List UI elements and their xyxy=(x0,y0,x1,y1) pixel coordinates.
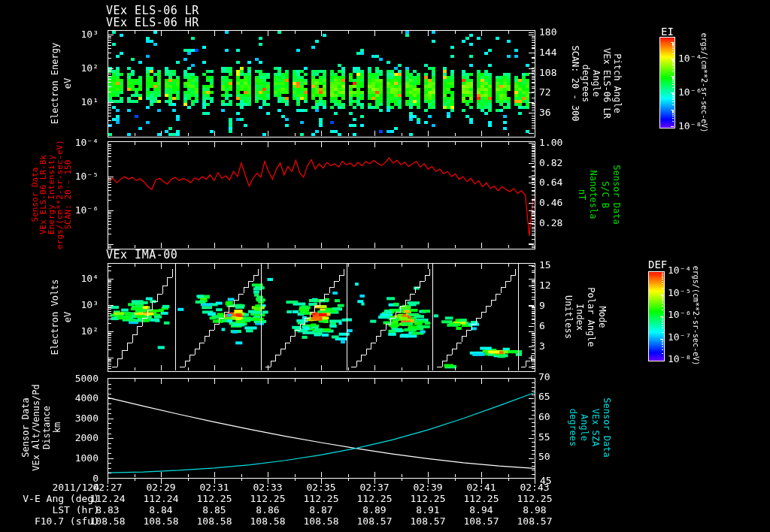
p4-right-axis-label-2: Angle xyxy=(578,414,590,441)
time-label-5: 02:37 xyxy=(359,482,389,493)
p2-right-tick-3: 0.46 xyxy=(539,197,562,208)
table-cell-r0-c2: 112.25 xyxy=(197,493,232,504)
p4-right-tick-0: 70 xyxy=(538,371,550,382)
time-label-8: 02:43 xyxy=(520,482,549,493)
p2-left-axis-label-4: SCAN: 20 - 150 xyxy=(62,160,74,230)
time-label-2: 02:31 xyxy=(199,482,229,493)
p1-left-tick-0: 10³ xyxy=(81,29,99,40)
p2-right-axis-label-2: Nanotesla xyxy=(587,170,599,219)
p4-right-axis-label-0: Sensor Data xyxy=(601,397,612,457)
p4-left-axis-label-1: VEx Alt/Venus/Pd xyxy=(31,384,42,471)
p3-left-tick-0: 10⁴ xyxy=(81,273,99,284)
table-cell-r2-c3: 108.58 xyxy=(250,515,286,527)
p4-right-tick-3: 55 xyxy=(538,431,550,443)
p4-left-tick-0: 5000 xyxy=(75,373,99,384)
colorbar2-units: ergs/(cm**2-sr-sec-eV) xyxy=(690,266,702,365)
p2-right-tick-0: 1.00 xyxy=(539,137,562,148)
p1-right-axis-label-4: SCAN: 20 - 300 xyxy=(569,45,581,121)
table-cell-r1-c3: 8.86 xyxy=(256,504,279,515)
date-label: 2011/124 xyxy=(52,482,99,493)
colorbar2-tick-3: 10⁻⁷ xyxy=(668,331,691,343)
table-cell-r1-c4: 8.87 xyxy=(309,504,332,515)
p3-left-tick-1: 10³ xyxy=(81,299,99,310)
p3-right-axis-label-1: Polar Angle xyxy=(585,287,596,346)
p4-right-axis-label-1: VEx SZA xyxy=(590,409,601,447)
p1-left-tick-1: 10² xyxy=(81,62,99,74)
time-label-3: 02:33 xyxy=(253,482,282,493)
time-label-4: 02:35 xyxy=(306,482,335,493)
table-cell-r2-c7: 108.57 xyxy=(464,515,499,527)
table-cell-r0-c0: 112.24 xyxy=(90,493,126,504)
p4-right-tick-4: 50 xyxy=(538,451,550,462)
p3-right-tick-1: 12 xyxy=(539,280,551,291)
p3-right-tick-2: 9 xyxy=(539,300,545,311)
table-cell-r0-c1: 112.24 xyxy=(144,493,179,504)
p4-left-axis-label-2: Distance xyxy=(41,406,53,449)
colorbar1-units: ergs/(cm**2-sr-sec-eV) xyxy=(699,33,710,132)
table-cell-r0-c6: 112.25 xyxy=(411,493,446,504)
time-label-7: 02:41 xyxy=(466,482,496,493)
table-row-label-1: LST (hr) xyxy=(52,504,99,515)
table-cell-r1-c6: 8.91 xyxy=(416,504,439,515)
p2-right-axis-label-3: nT xyxy=(576,189,587,200)
p1-left-tick-2: 10¹ xyxy=(81,96,99,107)
table-cell-r0-c4: 112.25 xyxy=(304,493,339,504)
table-cell-r1-c1: 8.84 xyxy=(149,504,172,515)
p4-left-tick-1: 4000 xyxy=(75,392,99,404)
p4-left-axis-label-3: km xyxy=(52,422,63,433)
p1-right-axis-label-2: Angle xyxy=(590,70,602,97)
table-cell-r1-c7: 8.94 xyxy=(469,504,493,515)
p2-left-tick-2: 10⁻⁶ xyxy=(75,204,99,216)
p3-right-tick-0: 15 xyxy=(539,259,551,271)
p3-right-axis-label-2: Index xyxy=(574,304,585,331)
table-cell-r0-c5: 112.25 xyxy=(357,493,393,504)
p2-right-tick-2: 0.64 xyxy=(539,177,562,188)
p4-left-tick-4: 1000 xyxy=(75,452,99,464)
vex-science-plot-screen: VEx ELS-06 LR VEx ELS-06 HR VEx IMA-00 E… xyxy=(0,0,770,532)
p1-right-axis-label-3: degrees xyxy=(580,65,591,103)
p1-right-tick-3: 72 xyxy=(539,86,551,98)
table-cell-r2-c6: 108.57 xyxy=(411,515,446,527)
p4-left-tick-2: 3000 xyxy=(75,413,99,424)
table-cell-r1-c0: 8.83 xyxy=(95,504,119,515)
p3-left-tick-2: 10² xyxy=(81,325,99,337)
colorbar2-tick-0: 10⁻⁴ xyxy=(668,264,691,276)
p1-right-tick-2: 108 xyxy=(539,67,556,78)
colorbar2-tick-4: 10⁻⁸ xyxy=(668,353,691,364)
p1-left-axis-label-1: eV xyxy=(62,78,74,89)
table-cell-r0-c8: 112.25 xyxy=(517,493,553,504)
p4-right-axis-label-3: degrees xyxy=(567,409,578,447)
colorbar2-tick-1: 10⁻⁵ xyxy=(668,287,691,298)
table-cell-r2-c4: 108.58 xyxy=(304,515,339,527)
table-cell-r2-c8: 108.57 xyxy=(517,515,553,527)
p2-right-tick-4: 0.28 xyxy=(539,217,562,228)
p4-left-tick-3: 2000 xyxy=(75,432,99,443)
p2-left-tick-1: 10⁻⁵ xyxy=(75,171,99,182)
p1-right-tick-1: 144 xyxy=(539,47,556,58)
p1-right-axis-label-0: Pitch Angle xyxy=(611,53,623,113)
time-label-1: 02:29 xyxy=(146,482,175,493)
table-row-label-0: V-E Ang (deg) xyxy=(23,493,99,504)
p1-right-axis-label-1: VEx ELS-06 LR xyxy=(601,48,612,119)
p2-right-axis-label-0: Sensor Data xyxy=(611,165,622,224)
p1-left-axis-label-0: Electron Energy xyxy=(50,43,61,124)
table-cell-r1-c8: 8.98 xyxy=(523,504,546,515)
p2-right-tick-1: 0.82 xyxy=(539,157,562,168)
p2-left-tick-0: 10⁻⁴ xyxy=(75,137,99,148)
p3-right-axis-label-0: Mode xyxy=(596,307,608,328)
p3-left-axis-label-1: eV xyxy=(62,312,74,322)
table-cell-r2-c1: 108.58 xyxy=(144,515,179,527)
table-cell-r1-c2: 8.85 xyxy=(202,504,226,515)
axis-labels-layer: 10³10²10¹180144108723610⁻⁴10⁻⁵10⁻⁶1.000.… xyxy=(0,0,770,532)
p4-right-tick-1: 65 xyxy=(538,391,550,402)
table-cell-r2-c5: 108.57 xyxy=(357,515,393,527)
p4-right-tick-2: 60 xyxy=(538,411,550,422)
colorbar2-tick-2: 10⁻⁶ xyxy=(668,309,691,320)
p1-right-tick-0: 180 xyxy=(539,26,556,38)
p3-right-tick-4: 3 xyxy=(539,340,545,352)
p3-right-axis-label-3: Unitless xyxy=(562,295,574,339)
p2-right-axis-label-1: S/C B xyxy=(599,181,611,208)
p4-left-axis-label-0: Sensor Data xyxy=(20,397,32,457)
table-cell-r1-c5: 8.89 xyxy=(362,504,386,515)
p1-right-tick-4: 36 xyxy=(539,107,551,118)
